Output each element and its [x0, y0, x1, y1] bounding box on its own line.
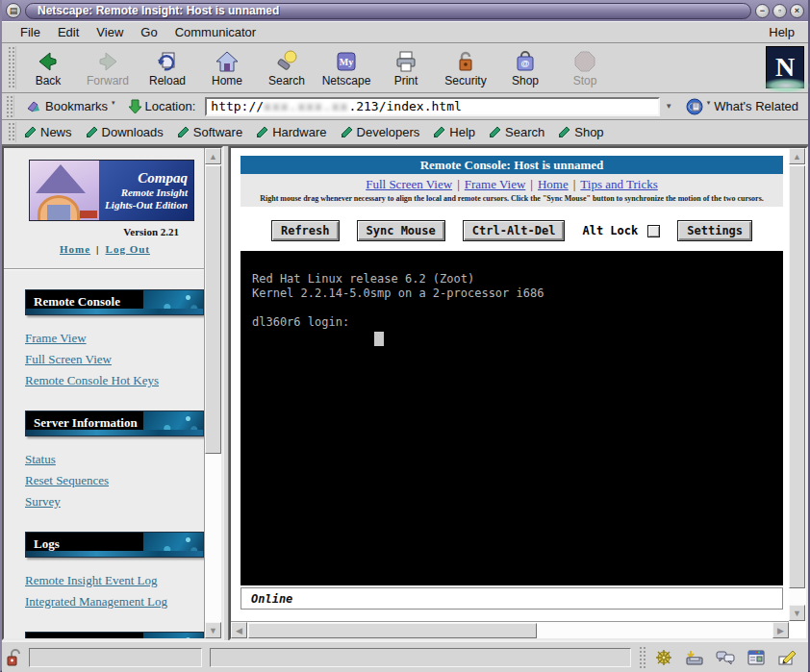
personal-item-downloads[interactable]: Downloads	[82, 123, 171, 141]
personal-item-search[interactable]: Search	[485, 123, 552, 141]
stop-button[interactable]: Stop	[555, 44, 615, 91]
mailbox-icon[interactable]	[685, 649, 704, 666]
minimize-button[interactable]: −	[755, 4, 770, 18]
print-button[interactable]: Print	[376, 44, 436, 91]
netscape-n-logo[interactable]: N	[766, 46, 804, 88]
menu-help[interactable]: Help	[765, 23, 798, 41]
sidebar-item-frame-view[interactable]: Frame View	[25, 328, 194, 349]
scroll-up-arrow[interactable]: ▲	[205, 148, 221, 164]
address-book-icon[interactable]	[747, 649, 766, 666]
discussions-icon[interactable]	[716, 649, 735, 666]
location-label-group[interactable]: Location:	[125, 97, 200, 115]
nav-frame-view[interactable]: Frame View	[465, 177, 526, 191]
sidebar-item-status[interactable]: Status	[25, 449, 194, 470]
sidebar-divider	[4, 268, 204, 270]
sidebar-item-survey[interactable]: Survey	[25, 491, 194, 512]
personal-item-news[interactable]: News	[20, 123, 80, 141]
section-title: Power	[34, 636, 67, 638]
status-progress-panel	[29, 648, 202, 667]
netscape-button[interactable]: My Netscape	[316, 44, 376, 91]
sidebar-item-integrated-management-log[interactable]: Integrated Management Log	[25, 591, 194, 612]
location-icon	[129, 99, 141, 113]
menu-go[interactable]: Go	[132, 23, 165, 41]
title-pill[interactable]: Netscape: Remote Insight: Host is unname…	[25, 3, 751, 19]
search-button[interactable]: Search	[257, 44, 316, 91]
sidebar-scroll-thumb[interactable]	[205, 165, 221, 454]
logout-link[interactable]: Log Out	[106, 243, 150, 255]
url-dropdown-arrow[interactable]: ▼	[662, 97, 676, 116]
personal-item-shop[interactable]: Shop	[554, 123, 611, 141]
status-bar	[2, 640, 808, 672]
sidebar-item-remote-console-hot-keys[interactable]: Remote Console Hot Keys	[25, 370, 194, 391]
bookmark-ribbon-icon	[558, 126, 570, 138]
scroll-left-arrow[interactable]: ◀	[231, 622, 247, 638]
maximize-button[interactable]: ▫	[772, 4, 787, 18]
ctrl-alt-del-button[interactable]: Ctrl-Alt-Del	[463, 220, 566, 241]
my-netscape-icon: My	[335, 49, 358, 74]
personal-item-label: Hardware	[272, 125, 326, 139]
home-button[interactable]: Home	[197, 44, 257, 91]
console-button-row: Refresh Sync Mouse Ctrl-Alt-Del Alt Lock…	[240, 220, 783, 241]
main-hscroll-thumb[interactable]	[248, 623, 537, 638]
location-bar-grip[interactable]	[6, 95, 14, 117]
sidebar-item-full-screen-view[interactable]: Full Screen View	[25, 349, 194, 370]
whats-related-button[interactable]: ▾ What's Related	[682, 96, 802, 117]
settings-button[interactable]: Settings	[677, 220, 752, 241]
alt-lock-group: Alt Lock	[582, 224, 660, 237]
sidebar-content: Compaq Remote Insight Lights-Out Edition…	[4, 148, 204, 638]
nav-full-screen-view[interactable]: Full Screen View	[366, 177, 452, 191]
sidebar-item-remote-insight-event-log[interactable]: Remote Insight Event Log	[25, 570, 194, 591]
scroll-right-arrow[interactable]: ▶	[772, 622, 789, 638]
scroll-down-arrow[interactable]: ▼	[789, 605, 805, 621]
main-scroll-thumb[interactable]	[789, 165, 805, 588]
personal-item-developers[interactable]: Developers	[337, 123, 428, 141]
scroll-down-arrow[interactable]: ▼	[205, 622, 221, 638]
navigator-icon[interactable]	[654, 649, 673, 666]
sidebar-item-reset-sequences[interactable]: Reset Sequences	[25, 470, 194, 491]
sync-mouse-button[interactable]: Sync Mouse	[357, 220, 445, 241]
security-label: Security	[444, 74, 486, 87]
window-menu-icon[interactable]: ▤	[6, 3, 21, 18]
statusbar-grip[interactable]	[639, 646, 646, 669]
url-input[interactable]: http://xxx.xxx.xx.213/index.html	[205, 97, 659, 116]
svg-text:@: @	[521, 59, 530, 68]
personal-toolbar-grip[interactable]	[8, 122, 16, 142]
reload-button[interactable]: Reload	[138, 44, 197, 91]
section-header-power: Power	[25, 632, 204, 638]
forward-button[interactable]: Forward	[78, 44, 138, 91]
alt-lock-checkbox[interactable]	[647, 225, 660, 237]
nav-home[interactable]: Home	[538, 177, 569, 191]
menu-file[interactable]: File	[12, 23, 49, 41]
nav-separator: |	[573, 177, 576, 191]
personal-item-hardware[interactable]: Hardware	[252, 123, 334, 141]
console-line: Red Hat Linux release 6.2 (Zoot)	[252, 272, 783, 286]
security-status-lock-icon[interactable]	[6, 649, 21, 666]
shop-button[interactable]: @ Shop	[495, 44, 555, 91]
navigation-toolbar: Back Forward Reload Home Search	[2, 43, 808, 93]
home-icon	[215, 49, 239, 74]
close-button[interactable]: ×	[790, 4, 804, 18]
back-button[interactable]: Back	[18, 44, 78, 91]
nav-tips-and-tricks[interactable]: Tips and Tricks	[580, 177, 657, 191]
nav-separator: |	[530, 177, 533, 191]
bookmark-ribbon-icon	[489, 126, 501, 138]
bookmark-ribbon-icon	[433, 126, 445, 138]
personal-item-help[interactable]: Help	[429, 123, 483, 141]
menu-view[interactable]: View	[88, 23, 132, 41]
personal-item-software[interactable]: Software	[173, 123, 250, 141]
menu-communicator[interactable]: Communicator	[166, 23, 266, 41]
shop-label: Shop	[512, 74, 539, 87]
remote-console-screen[interactable]: Red Hat Linux release 6.2 (Zoot) Kernel …	[240, 251, 783, 585]
menu-edit[interactable]: Edit	[49, 23, 88, 41]
home-link[interactable]: Home	[60, 243, 90, 255]
scroll-up-arrow[interactable]: ▲	[789, 148, 805, 164]
security-button[interactable]: Security	[436, 44, 495, 91]
title-bar: ▤ Netscape: Remote Insight: Host is unna…	[2, 0, 808, 21]
back-arrow-icon	[37, 49, 60, 74]
section-power: Power	[25, 632, 194, 638]
toolbar-grip[interactable]	[8, 46, 16, 89]
refresh-button[interactable]: Refresh	[271, 220, 340, 241]
section-links: Frame View Full Screen View Remote Conso…	[25, 328, 194, 391]
composer-icon[interactable]	[777, 649, 797, 666]
bookmarks-button[interactable]: Bookmarks ▾	[22, 97, 119, 116]
